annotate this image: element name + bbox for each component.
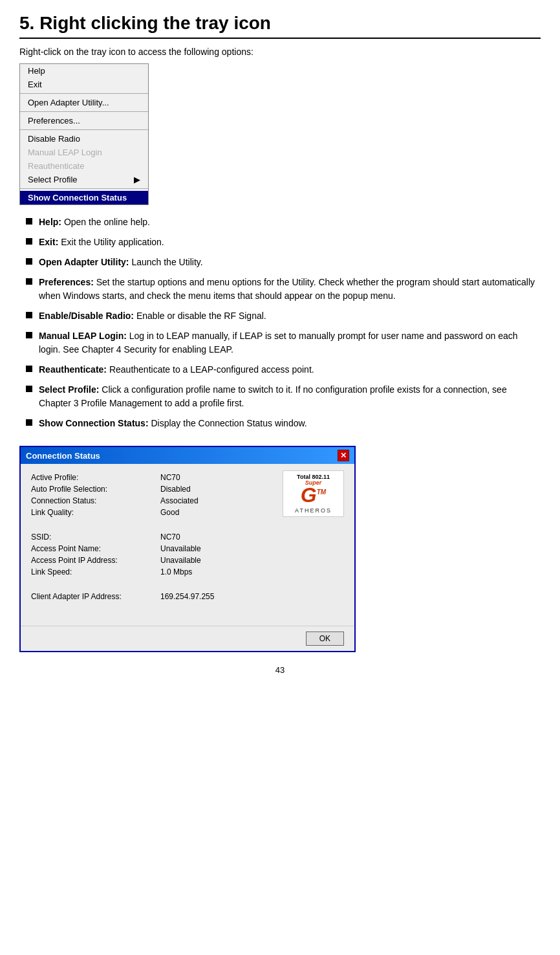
logo-g-label: GTM: [288, 486, 338, 505]
spacer-3: [31, 579, 344, 586]
value-client-ip: 169.254.97.255: [160, 592, 214, 601]
value-link-quality: Good: [160, 508, 179, 517]
dialog-row-ap-name: Access Point Name: Unavailable: [31, 544, 344, 553]
item-label-radio: Enable/Disable Radio:: [39, 311, 134, 321]
menu-item-exit[interactable]: Exit: [20, 78, 148, 91]
menu-item-reauthenticate: Reauthenticate: [20, 159, 148, 173]
dialog-row-link-speed: Link Speed: 1.0 Mbps: [31, 567, 344, 576]
spacer-5: [31, 604, 344, 610]
bullet-icon: [26, 312, 32, 318]
menu-separator-2: [20, 111, 148, 112]
menu-item-open-adapter[interactable]: Open Adapter Utility...: [20, 96, 148, 109]
dialog-row-client-ip: Client Adapter IP Address: 169.254.97.25…: [31, 592, 344, 601]
value-ap-ip: Unavailable: [160, 556, 201, 565]
bullet-icon: [26, 258, 32, 265]
list-item-help: Help: Open the online help.: [26, 215, 541, 229]
bullet-icon: [26, 238, 32, 245]
logo-atheros-label: ATHEROS: [288, 507, 338, 514]
menu-item-disable-radio[interactable]: Disable Radio: [20, 132, 148, 146]
menu-item-show-connection[interactable]: Show Connection Status: [20, 191, 148, 204]
list-item-open-adapter: Open Adapter Utility: Launch the Utility…: [26, 256, 541, 269]
feature-list: Help: Open the online help. Exit: Exit t…: [26, 215, 541, 430]
page-title: 5. Right clicking the tray icon: [19, 13, 541, 39]
item-label-help: Help:: [39, 217, 61, 227]
bullet-icon: [26, 332, 32, 338]
list-item-exit: Exit: Exit the Utility application.: [26, 236, 541, 249]
list-item-radio: Enable/Disable Radio: Enable or disable …: [26, 309, 541, 323]
dialog-row-ap-ip: Access Point IP Address: Unavailable: [31, 556, 344, 565]
dialog-close-button[interactable]: ✕: [338, 450, 349, 461]
arrow-icon: ▶: [134, 175, 140, 184]
bullet-icon: [26, 419, 32, 426]
page-number: 43: [19, 665, 541, 675]
dialog-title: Connection Status: [26, 451, 100, 461]
label-ap-ip: Access Point IP Address:: [31, 556, 160, 565]
logo-area: Total 802.11 Super GTM ATHEROS: [283, 470, 344, 517]
spacer-1: [31, 520, 344, 526]
dialog-footer: OK: [21, 626, 354, 651]
label-ap-name: Access Point Name:: [31, 544, 160, 553]
menu-item-help[interactable]: Help: [20, 64, 148, 78]
value-ssid: NC70: [160, 532, 180, 542]
value-link-speed: 1.0 Mbps: [160, 567, 192, 576]
label-active-profile: Active Profile:: [31, 473, 160, 482]
label-link-quality: Link Quality:: [31, 508, 160, 517]
dialog-row-ssid: SSID: NC70: [31, 532, 344, 542]
item-label-profile: Select Profile:: [39, 384, 99, 395]
item-label-show-connection: Show Connection Status:: [39, 418, 149, 428]
value-connection-status: Associated: [160, 496, 199, 505]
spacer-6: [31, 610, 344, 617]
list-item-profile: Select Profile: Click a configuration pr…: [26, 383, 541, 410]
dialog-box: Connection Status ✕ Total 802.11 Super G…: [19, 446, 356, 652]
intro-text: Right-click on the tray icon to access t…: [19, 47, 541, 57]
value-ap-name: Unavailable: [160, 544, 201, 553]
label-connection-status: Connection Status:: [31, 496, 160, 505]
value-active-profile: NC70: [160, 473, 180, 482]
label-auto-profile: Auto Profile Selection:: [31, 485, 160, 494]
bullet-icon: [26, 386, 32, 392]
menu-item-preferences[interactable]: Preferences...: [20, 114, 148, 127]
menu-item-manual-leap: Manual LEAP Login: [20, 146, 148, 159]
connection-status-dialog: Connection Status ✕ Total 802.11 Super G…: [19, 446, 356, 652]
bullet-icon: [26, 278, 32, 285]
label-link-speed: Link Speed:: [31, 567, 160, 576]
item-label-leap: Manual LEAP Login:: [39, 331, 127, 341]
bullet-icon: [26, 366, 32, 372]
label-ssid: SSID:: [31, 532, 160, 542]
item-label-preferences: Preferences:: [39, 277, 94, 287]
item-label-exit: Exit:: [39, 237, 58, 247]
item-label-open-adapter: Open Adapter Utility:: [39, 257, 129, 267]
ok-button[interactable]: OK: [306, 631, 344, 646]
menu-separator-3: [20, 129, 148, 130]
value-auto-profile: Disabled: [160, 485, 191, 494]
select-profile-label: Select Profile: [28, 175, 78, 184]
menu-separator-4: [20, 188, 148, 189]
menu-item-select-profile[interactable]: Select Profile ▶: [20, 173, 148, 186]
list-item-preferences: Preferences: Set the startup options and…: [26, 276, 541, 303]
bullet-icon: [26, 218, 32, 225]
dialog-content: Total 802.11 Super GTM ATHEROS Active Pr…: [21, 464, 354, 626]
item-label-reauth: Reauthenticate:: [39, 364, 107, 375]
dialog-bottom-rows: SSID: NC70 Access Point Name: Unavailabl…: [31, 532, 344, 576]
dialog-footer-rows: Client Adapter IP Address: 169.254.97.25…: [31, 592, 344, 601]
context-menu-image: Help Exit Open Adapter Utility... Prefer…: [19, 63, 149, 205]
list-item-show-connection: Show Connection Status: Display the Conn…: [26, 417, 541, 430]
spacer-2: [31, 526, 344, 532]
spacer-4: [31, 586, 344, 592]
label-client-ip: Client Adapter IP Address:: [31, 592, 160, 601]
dialog-titlebar: Connection Status ✕: [21, 447, 354, 464]
list-item-leap: Manual LEAP Login: Log in to LEAP manual…: [26, 329, 541, 357]
list-item-reauth: Reauthenticate: Reauthenticate to a LEAP…: [26, 363, 541, 377]
menu-separator-1: [20, 93, 148, 94]
